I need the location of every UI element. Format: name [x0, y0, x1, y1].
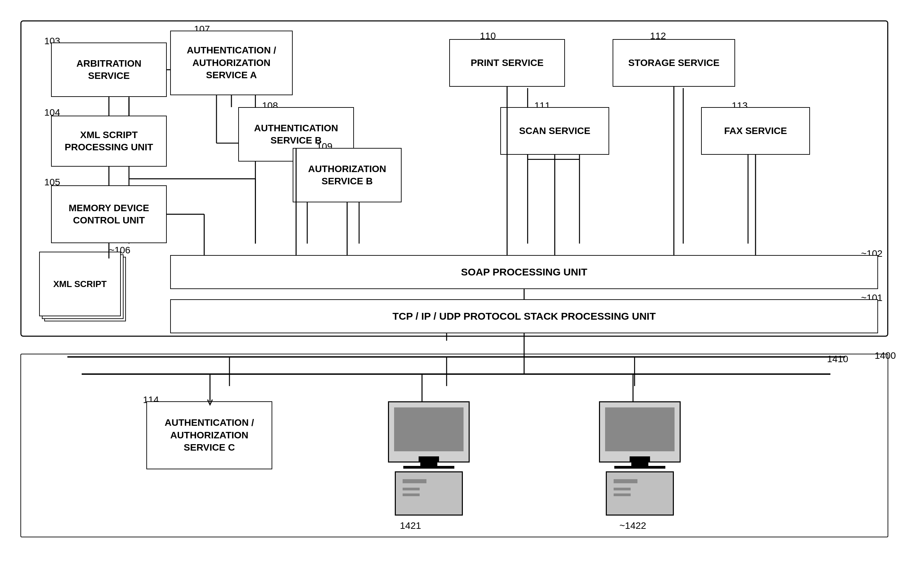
- auth-service-b2-block: AUTHORIZATIONSERVICE B: [293, 148, 402, 202]
- fax-service-block: FAX SERVICE: [701, 107, 810, 155]
- ref-1421: 1421: [400, 520, 421, 531]
- soap-processing-block: SOAP PROCESSING UNIT: [170, 255, 878, 289]
- storage-service-block: STORAGE SERVICE: [613, 39, 735, 87]
- ref-1410: 1410: [827, 354, 848, 364]
- auth-auth-service-a-block: AUTHENTICATION /AUTHORIZATIONSERVICE A: [170, 31, 293, 95]
- computer-1: [388, 401, 470, 515]
- ref-1422: ~1422: [619, 520, 646, 531]
- scan-service-block: SCAN SERVICE: [500, 107, 609, 155]
- print-service-block: PRINT SERVICE: [449, 39, 565, 87]
- memory-device-control-block: MEMORY DEVICECONTROL UNIT: [51, 185, 167, 243]
- computer-2: [599, 401, 681, 515]
- arbitration-service-block: ARBITRATIONSERVICE: [51, 43, 167, 97]
- auth-auth-service-c-block: AUTHENTICATION /AUTHORIZATIONSERVICE C: [146, 401, 272, 469]
- xml-script-processing-block: XML SCRIPTPROCESSING UNIT: [51, 116, 167, 167]
- tcp-ip-udp-block: TCP / IP / UDP PROTOCOL STACK PROCESSING…: [170, 299, 878, 333]
